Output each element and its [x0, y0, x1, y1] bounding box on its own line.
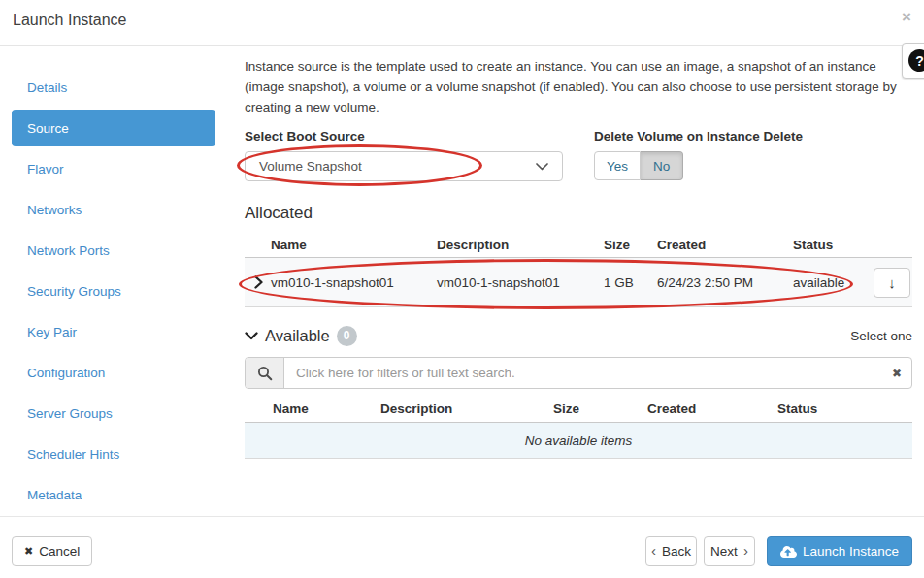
launch-instance-modal: Launch Instance × ? Details Source Flavo… — [0, 0, 924, 578]
available-header: Available 0 Select one — [245, 324, 912, 347]
question-mark-icon: ? — [908, 49, 924, 72]
allocated-table-header: Name Description Size Created Status — [245, 233, 912, 258]
sidebar-item-label: Key Pair — [27, 325, 77, 339]
footer-divider — [0, 516, 924, 517]
allocated-row: vm010-1-snapshot01 vm010-1-snapshot01 1 … — [245, 258, 912, 307]
row-cell-status: available — [793, 275, 874, 290]
cancel-button[interactable]: ✖ Cancel — [12, 536, 92, 566]
column-header-size: Size — [604, 238, 657, 252]
sidebar-item-key-pair[interactable]: Key Pair — [12, 313, 215, 350]
sidebar-item-label: Flavor — [27, 162, 64, 177]
available-search-bar: ✖ — [245, 357, 912, 389]
available-table: Name Description Size Created Status No … — [245, 395, 912, 459]
cloud-upload-icon — [780, 545, 797, 559]
modal-header: Launch Instance × — [0, 0, 924, 46]
delete-volume-no-button[interactable]: No — [641, 151, 683, 180]
column-header-created: Created — [657, 238, 793, 252]
clear-search-icon[interactable]: ✖ — [882, 358, 911, 388]
delete-volume-label: Delete Volume on Instance Delete — [594, 129, 803, 144]
sidebar-item-networks[interactable]: Networks — [12, 191, 215, 228]
boot-source-value: Volume Snapshot — [259, 159, 536, 174]
column-header-name: Name — [271, 238, 437, 252]
sidebar-item-label: Source — [27, 121, 69, 136]
close-icon[interactable]: × — [902, 9, 911, 25]
row-cell-created: 6/24/23 2:50 PM — [657, 275, 793, 290]
allocated-heading: Allocated — [245, 204, 313, 223]
sidebar-item-label: Configuration — [27, 366, 105, 380]
boot-source-label: Select Boot Source — [245, 129, 365, 144]
row-cell-size: 1 GB — [604, 275, 657, 290]
available-heading: Available — [265, 327, 330, 345]
x-icon: ✖ — [24, 546, 33, 557]
row-expand-button[interactable] — [250, 274, 266, 290]
back-label: Back — [662, 544, 691, 559]
sidebar-item-metadata[interactable]: Metadata — [12, 476, 215, 513]
chevron-right-icon: › — [743, 543, 748, 558]
allocated-table: Name Description Size Created Status vm0… — [245, 233, 912, 307]
chevron-right-icon — [254, 275, 263, 289]
arrow-down-icon: ↓ — [888, 274, 896, 291]
row-cell-description: vm010-1-snapshot01 — [437, 275, 604, 290]
next-button[interactable]: Next › — [704, 536, 755, 566]
sidebar-item-label: Scheduler Hints — [27, 447, 119, 462]
sidebar-item-flavor[interactable]: Flavor — [12, 150, 215, 187]
column-header-status: Status — [777, 401, 912, 416]
sidebar-item-source[interactable]: Source — [12, 110, 215, 146]
source-description: Instance source is the template used to … — [245, 56, 914, 117]
sidebar-item-server-groups[interactable]: Server Groups — [12, 395, 215, 432]
available-collapse-toggle[interactable]: Available 0 — [245, 326, 357, 346]
wizard-sidebar: Details Source Flavor Networks Network P… — [12, 69, 215, 517]
delete-volume-toggle: Yes No — [594, 151, 683, 180]
search-input[interactable] — [284, 358, 882, 388]
column-header-description: Description — [380, 401, 553, 416]
sidebar-item-label: Server Groups — [27, 406, 113, 421]
deallocate-button[interactable]: ↓ — [874, 268, 910, 298]
row-action-cell: ↓ — [874, 268, 910, 298]
sidebar-item-label: Metadata — [27, 488, 82, 502]
column-header-description: Description — [437, 238, 604, 252]
modal-title: Launch Instance — [13, 12, 126, 29]
chevron-down-icon — [245, 332, 258, 340]
launch-instance-button[interactable]: Launch Instance — [767, 536, 912, 566]
column-header-size: Size — [553, 401, 647, 416]
empty-state-row: No available items — [245, 423, 912, 459]
available-count-badge: 0 — [337, 326, 357, 346]
next-label: Next — [710, 544, 738, 559]
sidebar-item-configuration[interactable]: Configuration — [12, 354, 215, 391]
sidebar-item-label: Details — [27, 80, 67, 95]
launch-instance-label: Launch Instance — [803, 544, 899, 559]
boot-source-select[interactable]: Volume Snapshot — [245, 151, 563, 181]
back-button[interactable]: ‹ Back — [645, 536, 697, 566]
sidebar-item-label: Security Groups — [27, 284, 121, 299]
select-one-hint: Select one — [850, 329, 912, 343]
cancel-label: Cancel — [39, 544, 80, 559]
column-header-name: Name — [273, 401, 380, 416]
row-cell-name: vm010-1-snapshot01 — [271, 275, 437, 290]
sidebar-item-label: Networks — [27, 203, 82, 217]
column-header-status: Status — [793, 238, 874, 252]
chevron-down-icon — [536, 163, 548, 171]
delete-volume-yes-button[interactable]: Yes — [594, 151, 641, 180]
help-button[interactable]: ? — [902, 43, 924, 79]
sidebar-item-label: Network Ports — [27, 243, 110, 258]
column-header-created: Created — [647, 401, 777, 416]
search-button[interactable] — [246, 358, 284, 388]
search-icon — [257, 366, 273, 381]
sidebar-item-security-groups[interactable]: Security Groups — [12, 273, 215, 309]
sidebar-item-network-ports[interactable]: Network Ports — [12, 232, 215, 269]
sidebar-item-details[interactable]: Details — [12, 69, 215, 106]
chevron-left-icon: ‹ — [651, 543, 656, 558]
sidebar-item-scheduler-hints[interactable]: Scheduler Hints — [12, 435, 215, 472]
available-table-header: Name Description Size Created Status — [245, 395, 912, 423]
